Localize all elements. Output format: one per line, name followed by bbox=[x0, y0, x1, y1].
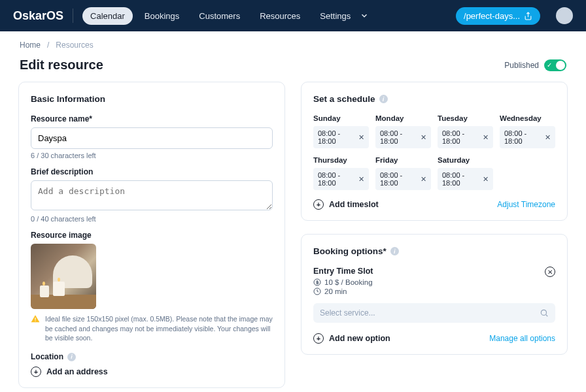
remove-option-button[interactable]: ✕ bbox=[545, 267, 555, 277]
resource-name-input[interactable] bbox=[31, 127, 273, 149]
timeslot-chip[interactable]: 08:00 - 18:00✕ bbox=[375, 168, 431, 190]
add-booking-option-button[interactable]: + Add new option bbox=[313, 333, 390, 344]
info-icon: i bbox=[67, 353, 76, 361]
image-hint-row: Ideal file size 150x150 pixel (max. 0.5M… bbox=[31, 314, 273, 343]
timeslot-chip[interactable]: 08:00 - 18:00✕ bbox=[438, 126, 493, 148]
close-icon[interactable]: ✕ bbox=[421, 133, 426, 142]
close-icon[interactable]: ✕ bbox=[483, 133, 489, 142]
schedule-card: Set a schedule i Sunday 08:00 - 18:00✕ M… bbox=[301, 82, 568, 221]
nav-resources[interactable]: Resources bbox=[252, 7, 308, 25]
brief-desc-helper: 0 / 40 characters left bbox=[31, 215, 273, 223]
day-thursday: Thursday 08:00 - 18:00✕ bbox=[313, 156, 369, 190]
brand: OskarOS bbox=[13, 9, 63, 23]
page-title: Edit resource bbox=[20, 57, 103, 73]
image-hint-text: Ideal file size 150x150 pixel (max. 0.5M… bbox=[45, 314, 273, 343]
timeslot-chip[interactable]: 08:00 - 18:00✕ bbox=[313, 168, 369, 190]
breadcrumb-home[interactable]: Home bbox=[20, 41, 41, 50]
plus-icon: + bbox=[313, 199, 324, 210]
chevron-down-icon[interactable] bbox=[360, 11, 369, 20]
info-icon: i bbox=[390, 247, 399, 255]
page-header: Edit resource Published ✓ bbox=[0, 54, 586, 82]
nav-bookings[interactable]: Bookings bbox=[137, 7, 187, 25]
resource-image[interactable] bbox=[31, 244, 96, 309]
nav-calendar[interactable]: Calendar bbox=[82, 7, 133, 25]
timeslot-chip[interactable]: 08:00 - 18:00✕ bbox=[375, 126, 431, 148]
day-monday: Monday 08:00 - 18:00✕ bbox=[375, 114, 431, 148]
basic-info-card: Basic Information Resource name* 6 / 30 … bbox=[18, 82, 285, 388]
close-icon[interactable]: ✕ bbox=[421, 175, 426, 184]
nav-settings[interactable]: Settings bbox=[312, 7, 358, 25]
plus-icon: + bbox=[31, 367, 41, 377]
close-icon[interactable]: ✕ bbox=[545, 133, 551, 142]
add-address-button[interactable]: + Add an address bbox=[31, 367, 273, 377]
resource-image-label: Resource image bbox=[31, 231, 273, 240]
close-icon[interactable]: ✕ bbox=[358, 133, 364, 142]
nav-separator bbox=[73, 8, 73, 23]
brief-desc-input[interactable] bbox=[31, 180, 273, 210]
booking-option-title: Entry Time Slot bbox=[313, 267, 373, 276]
booking-options-heading: Booking options* i bbox=[313, 246, 555, 256]
booking-option-duration: 20 min bbox=[313, 287, 373, 295]
top-nav: OskarOS Calendar Bookings Customers Reso… bbox=[0, 0, 586, 31]
svg-point-5 bbox=[541, 310, 546, 315]
day-tuesday: Tuesday 08:00 - 18:00✕ bbox=[438, 114, 493, 148]
resource-name-helper: 6 / 30 characters left bbox=[31, 152, 273, 159]
svg-rect-2 bbox=[35, 321, 35, 321]
schedule-grid: Sunday 08:00 - 18:00✕ Monday 08:00 - 18:… bbox=[313, 114, 555, 190]
clock-icon bbox=[313, 287, 321, 295]
plus-icon: + bbox=[313, 333, 324, 344]
avatar[interactable] bbox=[556, 7, 573, 24]
site-url-button[interactable]: /perfect-days... bbox=[456, 7, 540, 25]
check-icon: ✓ bbox=[547, 61, 552, 70]
close-icon[interactable]: ✕ bbox=[483, 175, 489, 184]
published-toggle[interactable]: ✓ bbox=[544, 59, 566, 71]
day-wednesday: Wednesday 08:00 - 18:00✕ bbox=[500, 114, 555, 148]
manage-all-options-link[interactable]: Manage all options bbox=[489, 334, 555, 343]
site-url-text: /perfect-days... bbox=[464, 11, 520, 21]
schedule-heading: Set a schedule i bbox=[313, 94, 555, 104]
booking-option-row: Entry Time Slot 10 $ / Booking 20 min ✕ bbox=[313, 267, 555, 297]
add-timeslot-button[interactable]: + Add timeslot bbox=[313, 199, 379, 210]
timeslot-chip[interactable]: 08:00 - 18:00✕ bbox=[438, 168, 493, 190]
service-select[interactable]: Select service... bbox=[313, 303, 555, 323]
day-saturday: Saturday 08:00 - 18:00✕ bbox=[438, 156, 493, 190]
published-label: Published bbox=[504, 61, 539, 70]
search-icon bbox=[540, 308, 549, 318]
booking-options-card: Booking options* i Entry Time Slot 10 $ … bbox=[301, 234, 568, 355]
svg-rect-1 bbox=[35, 318, 35, 320]
day-sunday: Sunday 08:00 - 18:00✕ bbox=[313, 114, 369, 148]
share-icon bbox=[524, 12, 532, 20]
basic-info-heading: Basic Information bbox=[31, 94, 273, 104]
warning-icon bbox=[31, 314, 40, 343]
brief-desc-label: Brief description bbox=[31, 167, 273, 176]
svg-line-6 bbox=[546, 315, 548, 317]
add-address-label: Add an address bbox=[46, 367, 108, 376]
brand-text: OskarOS bbox=[13, 9, 63, 23]
breadcrumb-current: Resources bbox=[56, 41, 93, 50]
location-label: Location i bbox=[31, 352, 273, 361]
timeslot-chip[interactable]: 08:00 - 18:00✕ bbox=[500, 126, 555, 148]
currency-icon bbox=[313, 278, 321, 286]
service-select-placeholder: Select service... bbox=[320, 308, 375, 318]
nav-customers[interactable]: Customers bbox=[191, 7, 248, 25]
adjust-timezone-link[interactable]: Adjust Timezone bbox=[497, 200, 555, 209]
booking-option-price: 10 $ / Booking bbox=[313, 278, 373, 286]
info-icon: i bbox=[379, 95, 388, 103]
nav-items: Calendar Bookings Customers Resources Se… bbox=[82, 7, 369, 25]
timeslot-chip[interactable]: 08:00 - 18:00✕ bbox=[313, 126, 369, 148]
day-friday: Friday 08:00 - 18:00✕ bbox=[375, 156, 431, 190]
close-icon[interactable]: ✕ bbox=[358, 175, 364, 184]
resource-name-label: Resource name* bbox=[31, 114, 273, 123]
breadcrumb: Home / Resources bbox=[0, 31, 586, 54]
